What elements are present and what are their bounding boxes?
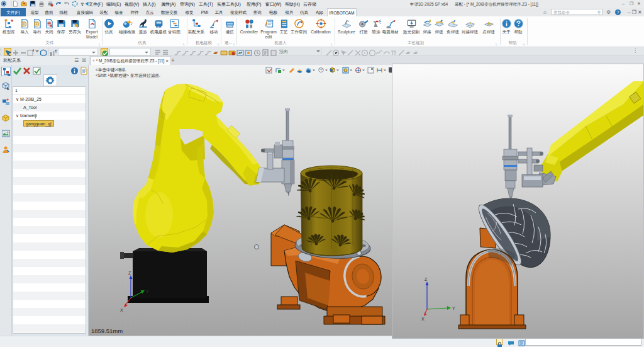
svg-text:Y: Y (146, 289, 149, 293)
svg-text:X: X (120, 308, 123, 312)
svg-text:1859.51mm: 1859.51mm (91, 327, 123, 334)
svg-text:<单击中键>继续.: <单击中键>继续. (96, 67, 126, 72)
svg-text:Y: Y (452, 306, 455, 310)
svg-text:X: X (421, 317, 425, 321)
svg-text:Z: Z (425, 277, 428, 282)
svg-text:Z: Z (128, 271, 131, 275)
svg-text:<Shift +鼠标右键> 显示选择过滤器.: <Shift +鼠标右键> 显示选择过滤器. (96, 73, 160, 78)
